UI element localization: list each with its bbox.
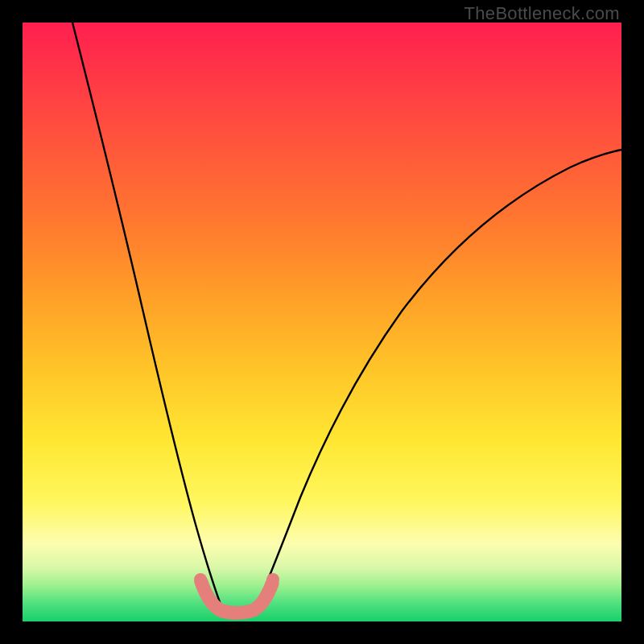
chart-frame [23, 23, 621, 621]
gradient-background [23, 23, 621, 621]
watermark-text: TheBottleneck.com [464, 3, 620, 24]
